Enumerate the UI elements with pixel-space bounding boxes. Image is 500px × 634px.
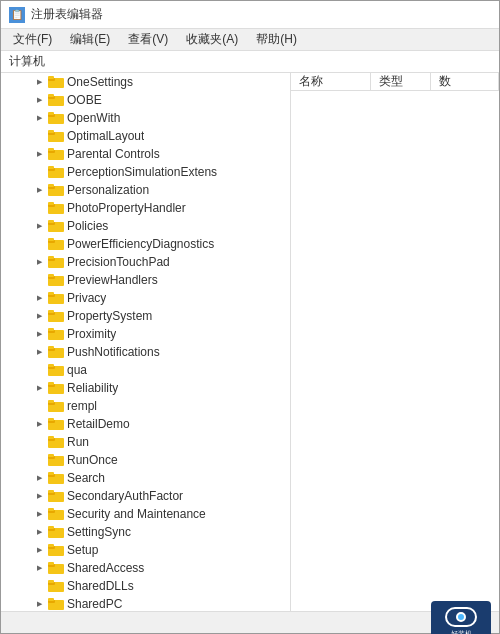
tree-item[interactable]: SettingSync (1, 523, 290, 541)
expand-arrow-icon[interactable] (33, 256, 45, 268)
expand-arrow-icon[interactable] (33, 598, 45, 610)
tree-item-label: SharedPC (67, 597, 122, 611)
tree-item[interactable]: Parental Controls (1, 145, 290, 163)
tree-item-label: RetailDemo (67, 417, 130, 431)
folder-icon (48, 201, 64, 215)
window-title: 注册表编辑器 (31, 6, 103, 23)
folder-icon (48, 561, 64, 575)
expand-arrow-icon[interactable] (33, 94, 45, 106)
expand-arrow-icon[interactable] (33, 562, 45, 574)
svg-rect-77 (48, 526, 54, 529)
menu-edit[interactable]: 编辑(E) (66, 30, 114, 49)
tree-item[interactable]: PropertySystem (1, 307, 290, 325)
folder-icon (48, 471, 64, 485)
expand-arrow-icon[interactable] (33, 544, 45, 556)
svg-rect-23 (48, 202, 54, 205)
folder-icon (48, 345, 64, 359)
tree-item[interactable]: Privacy (1, 289, 290, 307)
col-header-name: 名称 (291, 73, 371, 90)
tree-item[interactable]: ▶ PreviewHandlers (1, 271, 290, 289)
content-area: OneSettings OOBE OpenWith▶ OptimalLayout… (1, 73, 499, 611)
tree-item-label: SharedAccess (67, 561, 144, 575)
tree-item[interactable]: SharedAccess (1, 559, 290, 577)
folder-icon (48, 597, 64, 611)
tree-item-label: Proximity (67, 327, 116, 341)
tree-item[interactable]: OOBE (1, 91, 290, 109)
tree-item[interactable]: SharedPC (1, 595, 290, 611)
tree-item-label: Security and Maintenance (67, 507, 206, 521)
svg-rect-2 (48, 76, 54, 79)
folder-icon (48, 255, 64, 269)
expand-arrow-icon[interactable] (33, 526, 45, 538)
folder-icon (48, 111, 64, 125)
svg-rect-80 (48, 544, 54, 547)
expand-arrow-icon[interactable] (33, 310, 45, 322)
expand-arrow-icon[interactable] (33, 418, 45, 430)
tree-item[interactable]: ▶ Run (1, 433, 290, 451)
folder-icon (48, 363, 64, 377)
column-headers: 名称 类型 数 (291, 73, 499, 91)
menu-file[interactable]: 文件(F) (9, 30, 56, 49)
tree-item[interactable]: Security and Maintenance (1, 505, 290, 523)
menu-view[interactable]: 查看(V) (124, 30, 172, 49)
tree-item[interactable]: ▶ PowerEfficiencyDiagnostics (1, 235, 290, 253)
expand-arrow-icon[interactable] (33, 508, 45, 520)
expand-arrow-icon[interactable] (33, 292, 45, 304)
folder-icon (48, 309, 64, 323)
svg-rect-68 (48, 472, 54, 475)
expand-arrow-icon[interactable] (33, 472, 45, 484)
tree-item-label: OneSettings (67, 75, 133, 89)
menu-help[interactable]: 帮助(H) (252, 30, 301, 49)
svg-rect-71 (48, 490, 54, 493)
tree-item[interactable]: ▶ PerceptionSimulationExtens (1, 163, 290, 181)
folder-icon (48, 327, 64, 341)
tree-item[interactable]: Setup (1, 541, 290, 559)
expand-arrow-icon[interactable] (33, 112, 45, 124)
expand-arrow-icon[interactable] (33, 490, 45, 502)
tree-item[interactable]: ▶ OptimalLayout (1, 127, 290, 145)
tree-panel[interactable]: OneSettings OOBE OpenWith▶ OptimalLayout… (1, 73, 291, 611)
menu-favorites[interactable]: 收藏夹(A) (182, 30, 242, 49)
expand-arrow-icon[interactable] (33, 346, 45, 358)
tree-item[interactable]: ▶ rempl (1, 397, 290, 415)
svg-rect-86 (48, 580, 54, 583)
tree-item-label: Policies (67, 219, 108, 233)
expand-arrow-icon[interactable] (33, 148, 45, 160)
svg-rect-5 (48, 94, 54, 97)
tree-item[interactable]: Search (1, 469, 290, 487)
svg-rect-32 (48, 256, 54, 259)
tree-item-label: OpenWith (67, 111, 120, 125)
svg-rect-50 (48, 364, 54, 367)
expand-arrow-icon[interactable] (33, 184, 45, 196)
tree-item[interactable]: PushNotifications (1, 343, 290, 361)
folder-icon (48, 507, 64, 521)
tree-item-label: OOBE (67, 93, 102, 107)
col-header-type: 类型 (371, 73, 431, 90)
tree-item[interactable]: ▶ PhotoPropertyHandler (1, 199, 290, 217)
tree-item[interactable]: Personalization (1, 181, 290, 199)
tree-item-label: PropertySystem (67, 309, 152, 323)
tree-item[interactable]: OpenWith (1, 109, 290, 127)
tree-item[interactable]: ▶ qua (1, 361, 290, 379)
tree-item[interactable]: ▶ SharedDLLs (1, 577, 290, 595)
tree-item[interactable]: SecondaryAuthFactor (1, 487, 290, 505)
expand-arrow-icon[interactable] (33, 382, 45, 394)
tree-item-label: PowerEfficiencyDiagnostics (67, 237, 214, 251)
expand-arrow-icon[interactable] (33, 220, 45, 232)
tree-item-label: PerceptionSimulationExtens (67, 165, 217, 179)
tree-item[interactable]: Policies (1, 217, 290, 235)
expand-arrow-icon[interactable] (33, 328, 45, 340)
tree-item[interactable]: PrecisionTouchPad (1, 253, 290, 271)
svg-rect-26 (48, 220, 54, 223)
expand-arrow-icon[interactable] (33, 76, 45, 88)
tree-item[interactable]: RetailDemo (1, 415, 290, 433)
svg-rect-8 (48, 112, 54, 115)
tree-item-label: SecondaryAuthFactor (67, 489, 183, 503)
tree-item[interactable]: Reliability (1, 379, 290, 397)
svg-rect-14 (48, 148, 54, 151)
tree-item[interactable]: Proximity (1, 325, 290, 343)
tree-item[interactable]: ▶ RunOnce (1, 451, 290, 469)
folder-icon (48, 399, 64, 413)
tree-item[interactable]: OneSettings (1, 73, 290, 91)
tree-item-label: Parental Controls (67, 147, 160, 161)
